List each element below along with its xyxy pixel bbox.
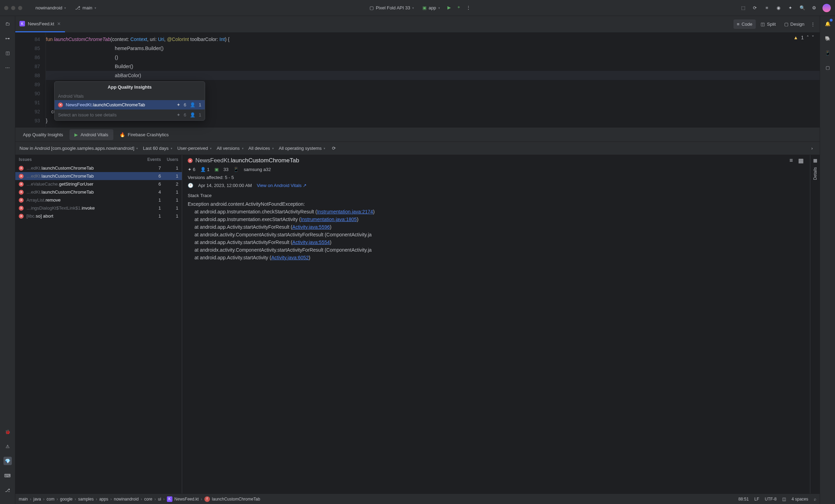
next-issue-icon[interactable]: ˅ [812,35,814,40]
clock-icon: 🕐 [188,183,193,188]
trace-link[interactable]: Activity.java:5596 [292,224,330,230]
project-selector[interactable]: nowinandroid ▾ [33,4,69,12]
run-config-selector[interactable]: ▣ app ▾ [420,4,443,12]
emulator-icon[interactable]: ▢ [824,63,832,72]
more-actions-icon[interactable]: ⋮ [465,4,472,11]
grid-icon: ▦ [813,158,817,163]
issue-row[interactable]: ✕ArrayList.remove11 [15,196,182,204]
maximize-window[interactable] [18,6,22,10]
breadcrumb[interactable]: main [19,497,28,502]
popup-issue-row[interactable]: ✕ NewsFeedKt.launchCustomChromeTab ✦6 👤1 [55,100,205,109]
breadcrumb-function[interactable]: launchCustomChromeTab [212,497,260,502]
device-selector[interactable]: ▢ Pixel Fold API 33 ▾ [367,4,417,12]
title-bar: nowinandroid ▾ ⎇ main ▾ ▢ Pixel Fold API… [0,0,835,16]
project-tool-icon[interactable]: 🗀 [3,19,12,28]
issue-row[interactable]: ✕…edKt.launchCustomChromeTab41 [15,188,182,196]
file-tab[interactable]: K NewsFeed.kt ✕ [15,16,65,32]
tab-crashlytics[interactable]: 🔥 Firebase Crashlytics [115,129,174,140]
settings-icon[interactable]: ⚙ [811,5,818,11]
breadcrumb[interactable]: com [47,497,55,502]
vcs-icon[interactable]: ⎇ [3,486,12,494]
sync-icon[interactable]: ⟳ [752,5,759,11]
breadcrumb[interactable]: apps [99,497,108,502]
problems-icon[interactable]: ⚠ [3,442,12,450]
branch-selector[interactable]: ⎇ main ▾ [72,4,99,12]
tab-aqi[interactable]: App Quality Insights [18,129,68,140]
code-editor[interactable]: 84 85 86 87 88 89 90 91 92 93 fun launch… [15,33,820,127]
filter-range[interactable]: Last 60 days▾ [143,146,172,151]
breadcrumb-file[interactable]: NewsFeed.kt [175,497,199,502]
device-manager-icon[interactable]: 📱 [824,49,832,57]
account-avatar[interactable] [822,4,831,12]
editor-tab-row: K NewsFeed.kt ✕ ≡ Code ◫ Split ▢ Design … [15,16,820,33]
cursor-position[interactable]: 88:51 [738,497,749,502]
breadcrumb[interactable]: google [60,497,73,502]
resource-tool-icon[interactable]: ◫ [3,49,12,57]
assistant-icon[interactable]: ✦ [787,5,794,11]
breadcrumb[interactable]: java [33,497,41,502]
breadcrumb[interactable]: samples [78,497,94,502]
refresh-icon[interactable]: ⟳ [330,145,337,152]
crashlytics-icon: 🔥 [120,132,125,137]
trace-link[interactable]: Activity.java:5554 [292,239,330,245]
error-icon: ✕ [19,214,24,219]
filter-app[interactable]: Now in Android [com.google.samples.apps.… [19,146,138,151]
search-icon[interactable]: 🔍 [799,5,806,11]
vitals-icon: ▶ [74,132,78,137]
logcat-icon[interactable]: 🐞 [3,428,12,436]
filter-perceived[interactable]: User-perceived▾ [177,146,212,151]
memory-icon[interactable]: ⌕ [814,497,816,502]
issue-row[interactable]: ✕…eValueCache.getStringForUser62 [15,180,182,188]
code-with-me-icon[interactable]: ⬚ [740,5,747,11]
issue-row[interactable]: ✕…edKt.launchCustomChromeTab71 [15,164,182,172]
issue-row[interactable]: ✕…ingsDialogKt$TextLink$1.invoke11 [15,204,182,212]
commit-tool-icon[interactable]: ⊶ [3,34,12,42]
app-quality-insights-icon[interactable]: 💎 [3,457,12,465]
tab-android-vitals[interactable]: ▶ Android Vitals [70,129,113,140]
breadcrumb[interactable]: core [144,497,152,502]
detail-table-icon[interactable]: ▦ [797,157,804,164]
trace-link[interactable]: Instrumentation.java:1805 [301,217,357,222]
more-tools-icon[interactable]: ⋯ [3,63,12,72]
readonly-icon[interactable]: ◫ [782,497,786,502]
issue-row[interactable]: ✕[libc.so] abort11 [15,212,182,220]
filter-devices[interactable]: All devices▾ [249,146,274,151]
debug-button[interactable]: ⌖ [455,4,462,11]
trace-link[interactable]: Instrumentation.java:2174 [317,209,373,214]
stack-trace[interactable]: Exception android.content.ActivityNotFou… [188,200,804,261]
view-mode-design[interactable]: ▢ Design [781,19,808,29]
line-separator[interactable]: LF [754,497,759,502]
filter-os[interactable]: All operating systems▾ [279,146,326,151]
error-icon: ✕ [19,206,24,211]
error-icon: ✕ [188,158,193,163]
breadcrumb[interactable]: nowinandroid [114,497,138,502]
issue-row[interactable]: ✕…edKt.launchCustomChromeTab61 [15,172,182,180]
breadcrumb[interactable]: ui [158,497,161,502]
inspections-widget[interactable]: ▲ 1 ˄ ˅ [793,35,814,40]
view-mode-split[interactable]: ◫ Split [757,19,779,29]
view-mode-code[interactable]: ≡ Code [733,19,756,29]
tab-options-icon[interactable]: ⋮ [809,21,816,28]
profiler-icon[interactable]: ◉ [775,5,782,11]
window-controls[interactable] [4,6,22,10]
detail-options-icon[interactable]: ≡ [788,157,795,164]
filter-versions[interactable]: All versions▾ [217,146,243,151]
overflow-icon[interactable]: › [809,145,816,152]
layout-icon[interactable]: ≡ [763,5,770,11]
run-button[interactable]: ▶ [446,4,453,11]
trace-link[interactable]: Activity.java:6052 [271,255,309,260]
kotlin-file-icon: K [167,496,172,502]
minimize-window[interactable] [11,6,15,10]
view-on-vitals-link[interactable]: View on Android Vitals ↗ [257,183,307,188]
details-side-tab[interactable]: ▦ Details [810,155,820,494]
terminal-icon[interactable]: ⌨ [3,471,12,480]
indent-setting[interactable]: 4 spaces [792,497,808,502]
error-icon: ✕ [19,174,24,179]
notifications-icon[interactable]: 🔔 [824,19,832,28]
prev-issue-icon[interactable]: ˄ [806,35,809,40]
file-encoding[interactable]: UTF-8 [765,497,777,502]
close-window[interactable] [4,6,8,10]
error-icon: ✕ [19,190,24,195]
gradle-icon[interactable]: 🐘 [824,34,832,42]
close-tab-icon[interactable]: ✕ [57,21,61,26]
